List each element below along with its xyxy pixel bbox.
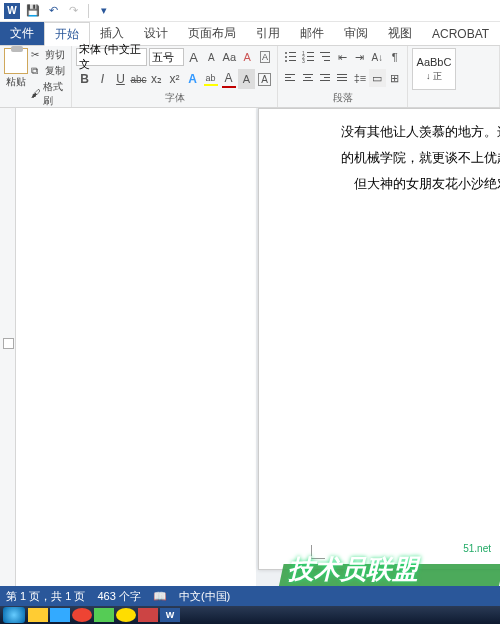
taskbar-explorer[interactable] xyxy=(28,608,48,622)
doc-line[interactable]: 但大神的女朋友花小沙绝对是 xyxy=(341,171,500,197)
quick-access-toolbar: W 💾 ↶ ↷ ▾ xyxy=(0,0,500,22)
tab-references[interactable]: 引用 xyxy=(246,22,290,45)
clear-format-button[interactable]: A xyxy=(239,48,255,66)
doc-line[interactable]: 没有其他让人羡慕的地方。这样的 xyxy=(341,119,500,145)
bold-button[interactable]: B xyxy=(76,69,93,89)
taskbar-app-3[interactable] xyxy=(94,608,114,622)
style-normal-button[interactable]: AaBbC ↓ 正 xyxy=(412,48,456,90)
char-border-button[interactable]: A xyxy=(256,69,273,89)
svg-rect-25 xyxy=(337,77,347,78)
start-button[interactable] xyxy=(2,607,26,623)
phonetic-guide-button[interactable]: A xyxy=(257,48,273,66)
qat-separator xyxy=(88,4,89,18)
cut-label: 剪切 xyxy=(45,48,65,62)
change-case-button[interactable]: Aa xyxy=(221,48,237,66)
taskbar-app-1[interactable] xyxy=(50,608,70,622)
page-corner-mark xyxy=(311,545,325,559)
group-clipboard: 粘贴 ✂剪切 ⧉复制 🖌格式刷 剪贴板 xyxy=(0,46,72,107)
redo-icon[interactable]: ↷ xyxy=(66,4,80,18)
status-bar: 第 1 页，共 1 页 463 个字 📖 中文(中国) xyxy=(0,586,500,606)
windows-icon xyxy=(3,607,25,623)
book-icon: 📖 xyxy=(153,590,167,603)
numbering-button[interactable]: 123 xyxy=(299,48,315,66)
subscript-button[interactable]: x₂ xyxy=(148,69,165,89)
group-paragraph-label: 段落 xyxy=(282,90,403,107)
group-paragraph: 123 ⇤ ⇥ A↓ ¶ ‡≡ ▭ ⊞ 段落 xyxy=(278,46,408,107)
borders-button[interactable]: ⊞ xyxy=(387,69,403,87)
paste-label: 粘贴 xyxy=(6,75,26,89)
underline-button[interactable]: U xyxy=(112,69,129,89)
tab-acrobat[interactable]: ACROBAT xyxy=(422,22,499,45)
align-left-button[interactable] xyxy=(282,69,298,87)
left-blank-area xyxy=(16,108,256,606)
tab-view[interactable]: 视图 xyxy=(378,22,422,45)
style-name: ↓ 正 xyxy=(426,70,442,83)
paste-icon xyxy=(4,48,28,74)
font-color-button[interactable]: A xyxy=(220,69,237,89)
tab-review[interactable]: 审阅 xyxy=(334,22,378,45)
copy-icon: ⧉ xyxy=(31,65,43,77)
grow-font-button[interactable]: A xyxy=(186,48,202,66)
multilevel-button[interactable] xyxy=(317,48,333,66)
line-spacing-button[interactable]: ‡≡ xyxy=(352,69,368,87)
indent-button[interactable]: ⇥ xyxy=(352,48,368,66)
document-area: 没有其他让人羡慕的地方。这样的 的机械学院，就更谈不上优越了。 但大神的女朋友花… xyxy=(0,108,500,606)
format-painter-label: 格式刷 xyxy=(43,80,67,108)
save-icon[interactable]: 💾 xyxy=(26,4,40,18)
align-center-button[interactable] xyxy=(299,69,315,87)
bullets-button[interactable] xyxy=(282,48,298,66)
shading-button[interactable]: ▭ xyxy=(369,69,385,87)
taskbar-app-5[interactable] xyxy=(138,608,158,622)
scissors-icon: ✂ xyxy=(31,49,43,61)
svg-rect-22 xyxy=(324,77,330,78)
strike-button[interactable]: abc xyxy=(130,69,147,89)
outdent-button[interactable]: ⇤ xyxy=(334,48,350,66)
highlight-button[interactable]: ab xyxy=(202,69,219,89)
shrink-font-button[interactable]: A xyxy=(203,48,219,66)
undo-icon[interactable]: ↶ xyxy=(46,4,60,18)
svg-rect-11 xyxy=(307,60,314,61)
svg-rect-20 xyxy=(303,80,313,81)
svg-rect-26 xyxy=(337,80,347,81)
paste-button[interactable]: 粘贴 xyxy=(4,48,28,89)
font-size-combo[interactable]: 五号 xyxy=(149,48,183,66)
ribbon: 粘贴 ✂剪切 ⧉复制 🖌格式刷 剪贴板 宋体 (中文正文 五号 A A Aa A… xyxy=(0,46,500,108)
copy-button[interactable]: ⧉复制 xyxy=(31,64,67,78)
format-painter-button[interactable]: 🖌格式刷 xyxy=(31,80,67,108)
doc-line[interactable]: 的机械学院，就更谈不上优越了。 xyxy=(341,145,500,171)
taskbar-app-4[interactable] xyxy=(116,608,136,622)
superscript-button[interactable]: x² xyxy=(166,69,183,89)
status-proofing[interactable]: 📖 xyxy=(153,590,167,603)
status-word-count[interactable]: 463 个字 xyxy=(97,589,140,604)
cut-button[interactable]: ✂剪切 xyxy=(31,48,67,62)
svg-rect-7 xyxy=(307,52,314,53)
document-page[interactable]: 没有其他让人羡慕的地方。这样的 的机械学院，就更谈不上优越了。 但大神的女朋友花… xyxy=(258,108,500,570)
copy-label: 复制 xyxy=(45,64,65,78)
status-page[interactable]: 第 1 页，共 1 页 xyxy=(6,589,85,604)
group-font: 宋体 (中文正文 五号 A A Aa A A B I U abc x₂ x² A… xyxy=(72,46,278,107)
svg-rect-5 xyxy=(289,60,296,61)
tab-layout[interactable]: 页面布局 xyxy=(178,22,246,45)
svg-rect-9 xyxy=(307,56,314,57)
text-effects-button[interactable]: A xyxy=(184,69,201,89)
taskbar-app-2[interactable] xyxy=(72,608,92,622)
taskbar-word[interactable]: W xyxy=(160,608,180,622)
status-language[interactable]: 中文(中国) xyxy=(179,589,230,604)
ribbon-tabstrip: 文件 开始 插入 设计 页面布局 引用 邮件 审阅 视图 ACROBAT xyxy=(0,22,500,46)
tab-mailings[interactable]: 邮件 xyxy=(290,22,334,45)
svg-rect-14 xyxy=(324,60,330,61)
svg-rect-23 xyxy=(320,80,330,81)
vertical-ruler[interactable] xyxy=(0,108,16,606)
qat-customize-icon[interactable]: ▾ xyxy=(97,4,111,18)
char-shading-button[interactable]: A xyxy=(238,69,255,89)
justify-button[interactable] xyxy=(334,69,350,87)
svg-rect-12 xyxy=(320,52,330,53)
svg-rect-24 xyxy=(337,74,347,75)
italic-button[interactable]: I xyxy=(94,69,111,89)
align-right-button[interactable] xyxy=(317,69,333,87)
show-marks-button[interactable]: ¶ xyxy=(387,48,403,66)
sort-button[interactable]: A↓ xyxy=(369,48,385,66)
font-name-combo[interactable]: 宋体 (中文正文 xyxy=(76,48,147,66)
tab-file[interactable]: 文件 xyxy=(0,22,44,45)
svg-text:3: 3 xyxy=(302,58,305,64)
